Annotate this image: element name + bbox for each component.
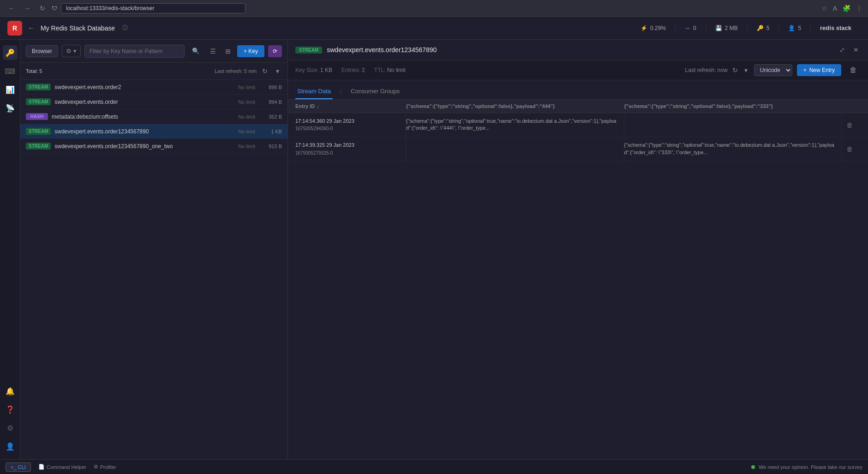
add-key-btn[interactable]: + Key [237,45,264,57]
refresh-detail-options-btn[interactable]: ▾ [742,65,749,76]
stream-header-actions: ⤢ ✕ [838,44,861,55]
db-back-btn[interactable]: ← [28,24,35,32]
table-header: Entry ID ↓ {"schema":{"type":"string","o… [288,100,868,113]
connections-value: 0 [693,25,696,31]
tab-stream-data[interactable]: Stream Data [295,84,333,99]
profiler-link[interactable]: ⚙ Profiler [94,464,116,470]
filter-btn[interactable]: ⚙ ▾ [62,45,81,57]
list-item[interactable]: STREAM swdevexpert.events.order2 No limi… [20,80,287,95]
profile-icon: A [833,5,837,12]
key-size-label: Key Size: [295,67,319,73]
sidebar-icon-settings[interactable]: ⚙ [3,420,18,435]
col1-label: {"schema":{"type":"string","optional":fa… [406,103,555,109]
filter-icon: ⚙ [66,48,72,54]
stream-type-badge: STREAM [295,47,322,54]
profiler-icon: ⚙ [94,464,98,470]
table-row: 17:14:39.325 29 Jan 2023 1675005279325-0… [288,137,868,161]
key-name: swdevexpert.events.order1234567890_one_t… [54,143,224,150]
grid-view-btn[interactable]: ⊞ [222,46,233,57]
main-content: 🔑 ⌨ 📊 📡 🔔 ❓ ⚙ 👤 Browser ⚙ ▾ 🔍 ☰ ⊞ + [0,40,868,459]
address-bar[interactable] [61,3,245,13]
col2-label: {"schema":{"type":"string","optional":fa… [624,103,773,109]
plus-icon: + [803,67,807,73]
meta-actions: Last refresh: now ↻ ▾ Unicode + New Entr… [685,64,861,76]
stat-users: 👤 5 [779,25,811,31]
command-helper-icon: 📄 [38,464,45,470]
close-detail-btn[interactable]: ✕ [851,44,861,55]
list-item[interactable]: STREAM swdevexpert.events.order No limit… [20,95,287,109]
row1-delete-btn[interactable]: 🗑 [846,121,853,129]
key-size: 894 B [259,99,282,105]
entries-value: 2 [362,67,365,73]
ttl-meta: TTL: No limit [374,67,406,73]
stream-meta: Key Size: 1 KB Entries: 2 TTL: No limit … [288,60,868,80]
key-size: 915 B [259,144,282,149]
refresh-now-btn[interactable]: ↻ [259,66,270,77]
row1-col1-cell: {"schema":{"type":"string","optional":tr… [406,113,624,137]
forward-nav-btn[interactable]: → [21,4,33,13]
row2-col2-cell: {"schema":{"type":"string","optional":tr… [624,137,843,161]
menu-icon: ⋮ [856,5,862,12]
key-name: swdevexpert.events.order2 [54,84,224,90]
sidebar-icon-profile[interactable]: 👤 [3,439,18,454]
refresh-text: Last refresh: 5 min [215,68,257,74]
users-value: 5 [798,25,801,31]
sidebar-icon-pubsub[interactable]: 📡 [3,101,18,115]
back-nav-btn[interactable]: ← [6,4,18,13]
entry-id: 1675005294360-0 [295,126,333,132]
sidebar-icon-notifications[interactable]: 🔔 [3,384,18,398]
key-size-value: 1 KB [320,67,332,73]
list-item[interactable]: HASH metadata:debezium:offsets No limit … [20,109,287,124]
tab-consumer-groups[interactable]: Consumer Groups [349,84,401,99]
row2-delete-btn[interactable]: 🗑 [846,145,853,153]
stat-keys: 🔑 5 [748,25,779,31]
row2-col2-value: {"schema":{"type":"string","optional":tr… [624,142,838,156]
sidebar-icon-terminal[interactable]: ⌨ [3,64,18,78]
sidebar-icons: 🔑 ⌨ 📊 📡 🔔 ❓ ⚙ 👤 [0,40,20,459]
list-item[interactable]: STREAM swdevexpert.events.order123456789… [20,124,287,139]
reload-btn[interactable]: ↻ [37,4,48,13]
expand-btn[interactable]: ⤢ [838,44,847,55]
app-container: R ← My Redis Stack Database ⓘ ⚡ 0.29% ↔ … [0,17,868,474]
type-badge: STREAM [26,84,51,90]
key-size: 1 KB [259,129,282,134]
db-info-icon[interactable]: ⓘ [122,24,128,32]
key-name: swdevexpert.events.order [54,99,224,105]
key-limit: No limit [227,129,255,134]
delete-key-btn[interactable]: 🗑 [846,64,861,76]
row2-actions-cell: 🗑 [842,137,861,161]
cpu-value: 0.29% [650,25,666,31]
cpu-icon: ⚡ [641,25,647,31]
key-list: STREAM swdevexpert.events.order2 No limi… [20,80,287,459]
browser-tab[interactable]: Browser [26,45,58,57]
sidebar-icon-analytics[interactable]: 📊 [3,82,18,97]
new-entry-btn[interactable]: + New Entry [797,64,841,76]
search-input[interactable] [84,45,185,58]
sidebar-icon-browser[interactable]: 🔑 [3,45,18,60]
list-item[interactable]: STREAM swdevexpert.events.order123456789… [20,139,287,154]
cli-btn[interactable]: >_ CLI [6,462,31,472]
search-btn[interactable]: 🔍 [188,46,204,56]
keys-value: 5 [766,25,770,31]
command-helper-link[interactable]: 📄 Command Helper [38,464,86,470]
entry-id-label: Entry ID [295,103,315,109]
col-entry-id-header[interactable]: Entry ID ↓ [295,103,406,109]
bottom-bar: >_ CLI 📄 Command Helper ⚙ Profiler We ne… [0,459,868,474]
encoding-select[interactable]: Unicode [754,64,792,76]
green-dot-icon [751,465,755,469]
refresh-key-btn[interactable]: ⟳ [268,45,282,57]
refresh-detail: Last refresh: now ↻ ▾ [685,65,749,76]
refresh-detail-btn[interactable]: ↻ [730,65,740,76]
key-limit: No limit [227,99,255,105]
list-view-btn[interactable]: ☰ [207,46,219,57]
sidebar-icon-help[interactable]: ❓ [3,402,18,417]
col2-header: {"schema":{"type":"string","optional":fa… [624,103,843,109]
memory-value: 2 MB [725,25,738,31]
memory-icon: 💾 [715,25,722,31]
survey-notice: We need your opinion. Please take our su… [751,464,862,470]
type-badge: STREAM [26,98,51,105]
key-name: metadata:debezium:offsets [52,114,224,120]
users-icon: 👤 [788,25,795,31]
row2-col1-cell [406,137,624,161]
refresh-options-btn[interactable]: ▾ [273,66,282,77]
